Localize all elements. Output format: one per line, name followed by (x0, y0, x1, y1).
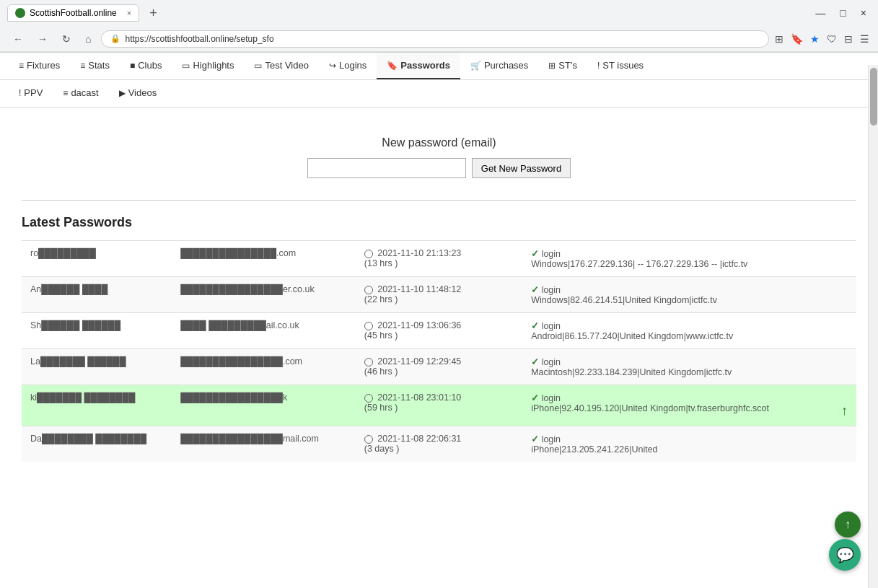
section-divider (22, 200, 856, 201)
passwords-icon: 🔖 (387, 61, 398, 71)
tab-favicon (15, 8, 25, 18)
nav-item-purchases[interactable]: 🛒 Purchases (460, 53, 538, 79)
nav-item-fixtures[interactable]: ≡ Fixtures (9, 53, 70, 79)
nav-label-st-issues: ST issues (602, 60, 644, 71)
cell-details: ✓ login iPhone|213.205.241.226|United (522, 426, 856, 462)
videos-icon: ▶ (119, 88, 126, 98)
highlights-icon: ▭ (182, 61, 190, 71)
nav-item-dacast[interactable]: ≡ dacast (53, 80, 108, 107)
cell-email: ████████████████k (172, 385, 356, 426)
cell-email: ████████████████er.co.uk (172, 277, 356, 313)
address-text: https://scottishfootball.online/setup_sf… (125, 34, 273, 44)
cell-email: ████ █████████ail.co.uk (172, 313, 356, 349)
minimize-button[interactable]: — (811, 6, 830, 20)
toolbar-icons: ⊞ 🔖 ★ 🛡 ⊟ ☰ (775, 33, 869, 45)
cell-email: ████████████████mail.com (172, 426, 356, 462)
dacast-icon: ≡ (63, 88, 68, 98)
section-title: Latest Passwords (22, 215, 856, 230)
table-row: ki███████ ████████ ████████████████k 202… (22, 385, 856, 426)
nav-item-st-issues[interactable]: ! ST issues (587, 53, 654, 79)
nav-item-ppv[interactable]: ! PPV (9, 80, 53, 107)
clock-icon (364, 322, 373, 330)
menu-icon[interactable]: ☰ (860, 33, 869, 45)
sts-icon: ⊞ (548, 61, 556, 71)
get-password-button[interactable]: Get New Password (472, 158, 571, 178)
nav-label-purchases: Purchases (484, 60, 528, 71)
favorites-star-icon[interactable]: ★ (810, 33, 820, 45)
cell-time: 2021-11-09 13:06:36(45 hrs ) (356, 313, 522, 349)
main-nav: ≡ Fixtures ≡ Stats ■ Clubs ▭ Highlights … (0, 53, 878, 80)
nav-label-clubs: Clubs (138, 60, 162, 71)
shield-icon[interactable]: 🛡 (827, 33, 837, 45)
browser-tab[interactable]: ScottishFootball.online × (7, 4, 139, 22)
nav-item-passwords[interactable]: 🔖 Passwords (377, 53, 460, 79)
cell-name: Da████████ ████████ (22, 426, 172, 462)
main-content: New password (email) Get New Password La… (0, 107, 878, 476)
nav-label-videos: Videos (128, 87, 157, 98)
table-row: Da████████ ████████ ████████████████mail… (22, 426, 856, 462)
cell-time: 2021-11-08 22:06:31(3 days ) (356, 426, 522, 462)
cell-details: ✓ login Macintosh|92.233.184.239|United … (522, 349, 856, 385)
cell-time: 2021-11-10 11:48:12(22 hrs ) (356, 277, 522, 313)
tab-close-button[interactable]: × (127, 9, 131, 17)
clock-icon (364, 250, 373, 258)
nav-item-sts[interactable]: ⊞ ST's (538, 53, 587, 79)
check-icon: ✓ (531, 393, 539, 403)
maximize-button[interactable]: □ (835, 6, 850, 20)
address-bar[interactable]: 🔒 https://scottishfootball.online/setup_… (101, 30, 769, 48)
new-tab-button[interactable]: + (145, 6, 162, 21)
lock-icon: 🔒 (110, 34, 120, 43)
cell-time: 2021-11-08 23:01:10(59 hrs ) (356, 385, 522, 426)
check-icon: ✓ (531, 321, 539, 331)
back-button[interactable]: ← (9, 30, 27, 48)
table-row: ro█████████ ███████████████.com 2021-11-… (22, 241, 856, 277)
table-row: La███████ ██████ ████████████████.com 20… (22, 349, 856, 385)
clock-icon (364, 286, 373, 294)
cell-name: La███████ ██████ (22, 349, 172, 385)
refresh-button[interactable]: ↻ (58, 30, 75, 48)
split-view-icon[interactable]: ⊟ (844, 33, 853, 45)
nav-item-videos[interactable]: ▶ Videos (109, 80, 167, 107)
clock-icon (364, 394, 373, 403)
password-form-section: New password (email) Get New Password (22, 122, 856, 193)
clock-icon (364, 358, 373, 367)
nav-label-dacast: dacast (71, 87, 98, 98)
nav-label-fixtures: Fixtures (27, 60, 60, 71)
close-button[interactable]: × (856, 6, 871, 20)
cell-time: 2021-11-09 12:29:45(46 hrs ) (356, 349, 522, 385)
cell-name: Sh██████ ██████ (22, 313, 172, 349)
secondary-nav: ! PPV ≡ dacast ▶ Videos (0, 80, 878, 107)
bookmark-icon[interactable]: 🔖 (791, 33, 803, 45)
cell-details: ✓ login iPhone|92.40.195.120|United King… (522, 385, 856, 426)
nav-label-sts: ST's (558, 60, 577, 71)
cell-details: ✓ login Windows|176.27.229.136| -- 176.2… (522, 241, 856, 277)
nav-item-logins[interactable]: ↪ Logins (319, 53, 377, 79)
scrollbar[interactable] (868, 65, 878, 476)
cell-email: ███████████████.com (172, 241, 356, 277)
tab-title: ScottishFootball.online (30, 8, 117, 18)
st-issues-icon: ! (597, 61, 600, 71)
nav-label-stats: Stats (88, 60, 110, 71)
email-input[interactable] (307, 158, 466, 178)
nav-item-stats[interactable]: ≡ Stats (70, 53, 120, 79)
password-form-row: Get New Password (22, 158, 856, 178)
ppv-icon: ! (19, 88, 21, 98)
scrollbar-thumb[interactable] (870, 68, 877, 126)
extensions-icon[interactable]: ⊞ (775, 33, 783, 45)
table-row: Sh██████ ██████ ████ █████████ail.co.uk … (22, 313, 856, 349)
nav-item-test-video[interactable]: ▭ Test Video (244, 53, 318, 79)
nav-item-clubs[interactable]: ■ Clubs (120, 53, 172, 79)
passwords-table: ro█████████ ███████████████.com 2021-11-… (22, 240, 856, 462)
nav-label-highlights: Highlights (193, 60, 234, 71)
forward-button[interactable]: → (33, 30, 52, 48)
stats-icon: ≡ (80, 61, 85, 71)
clubs-icon: ■ (130, 61, 135, 71)
clock-icon (364, 435, 373, 444)
home-button[interactable]: ⌂ (81, 30, 95, 48)
check-icon: ✓ (531, 285, 539, 295)
cell-details: ✓ login Android|86.15.77.240|United King… (522, 313, 856, 349)
nav-item-highlights[interactable]: ▭ Highlights (172, 53, 244, 79)
cell-email: ████████████████.com (172, 349, 356, 385)
upload-icon: ↑ (841, 403, 848, 418)
cell-name: ro█████████ (22, 241, 172, 277)
